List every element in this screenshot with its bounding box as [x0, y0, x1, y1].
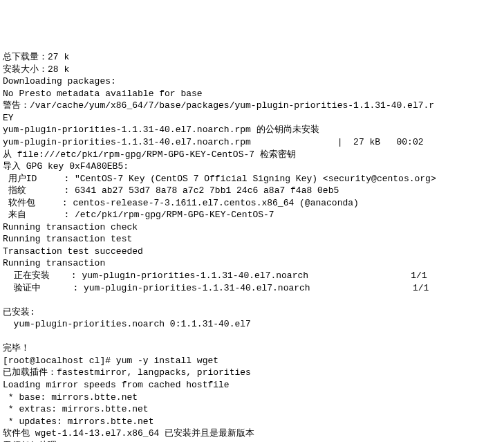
terminal-line: * extras: mirrors.btte.net — [3, 403, 501, 416]
terminal-line: yum-plugin-priorities-1.1.31-40.el7.noar… — [3, 124, 501, 136]
terminal-line: 完毕！ — [3, 342, 501, 355]
terminal-line: Running transaction — [3, 257, 501, 270]
terminal-line: 软件包 : centos-release-7-3.1611.el7.centos… — [3, 197, 501, 210]
terminal-line: Loading mirror speeds from cached hostfi… — [3, 379, 501, 392]
terminal-line: Running transaction check — [3, 221, 501, 234]
terminal-line: * updates: mirrors.btte.net — [3, 416, 501, 428]
terminal-line — [3, 294, 501, 306]
terminal-line: 安装大小：28 k — [3, 64, 501, 76]
terminal-line: 从 file:///etc/pki/rpm-gpg/RPM-GPG-KEY-Ce… — [3, 149, 501, 161]
terminal-line: 用户ID : "CentOS-7 Key (CentOS 7 Official … — [3, 173, 501, 185]
terminal-line: Transaction test succeeded — [3, 246, 501, 258]
terminal-line: 总下载量：27 k — [3, 51, 501, 64]
terminal-line: 已安装: — [3, 306, 501, 319]
terminal-line — [3, 331, 501, 343]
terminal-line: EY — [3, 112, 501, 125]
terminal-output: 总下载量：27 k安装大小：28 kDownloading packages:N… — [3, 51, 501, 442]
terminal-line: 警告：/var/cache/yum/x86_64/7/base/packages… — [3, 100, 501, 112]
terminal-line: [root@localhost cl]# yum -y install wget — [3, 355, 501, 367]
terminal-line: 软件包 wget-1.14-13.el7.x86_64 已安装并且是最新版本 — [3, 427, 501, 440]
terminal-line: Running transaction test — [3, 233, 501, 246]
terminal-line: 正在安装 : yum-plugin-priorities-1.1.31-40.e… — [3, 270, 501, 282]
terminal-line: 验证中 : yum-plugin-priorities-1.1.31-40.el… — [3, 282, 501, 295]
terminal-line: yum-plugin-priorities.noarch 0:1.1.31-40… — [3, 318, 501, 331]
terminal-line: * base: mirrors.btte.net — [3, 392, 501, 404]
terminal-line: 已加载插件：fastestmirror, langpacks, prioriti… — [3, 367, 501, 379]
terminal-line: 指纹 : 6341 ab27 53d7 8a78 a7c2 7bb1 24c6 … — [3, 185, 501, 197]
terminal-line: No Presto metadata available for base — [3, 88, 501, 100]
terminal-line: yum-plugin-priorities-1.1.31-40.el7.noar… — [3, 136, 501, 149]
terminal-line: Downloading packages: — [3, 75, 501, 88]
terminal-line: 导入 GPG key 0xF4A80EB5: — [3, 160, 501, 173]
terminal-line: 来自 : /etc/pki/rpm-gpg/RPM-GPG-KEY-CentOS… — [3, 209, 501, 221]
